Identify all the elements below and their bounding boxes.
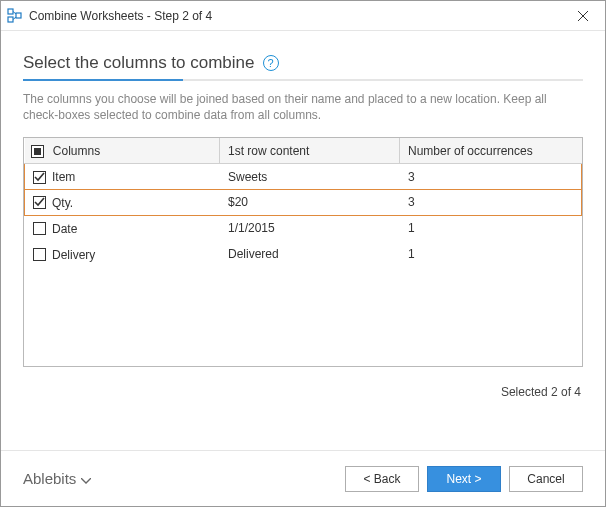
back-button[interactable]: < Back (345, 466, 419, 492)
window-title: Combine Worksheets - Step 2 of 4 (29, 9, 560, 23)
cell-column-name: Item (25, 164, 220, 190)
cell-occurrences: 3 (400, 190, 582, 216)
app-icon (7, 8, 23, 24)
row-checkbox[interactable] (33, 196, 46, 209)
cell-column-name: Qty. (25, 190, 220, 216)
tab-underline (23, 79, 583, 81)
column-name-label: Qty. (52, 196, 73, 210)
header-columns-label: Columns (53, 144, 100, 158)
cell-first-row-content: $20 (220, 190, 400, 216)
header-columns[interactable]: Columns (25, 138, 220, 163)
cell-first-row-content: Delivered (220, 241, 400, 267)
row-checkbox[interactable] (33, 222, 46, 235)
cell-column-name: Date (25, 215, 220, 241)
brand-label: Ablebits (23, 470, 76, 487)
table-row[interactable]: Qty.$203 (25, 190, 582, 216)
table-row[interactable]: DeliveryDelivered1 (25, 241, 582, 267)
cell-first-row-content: Sweets (220, 164, 400, 190)
row-checkbox[interactable] (33, 248, 46, 261)
table-row[interactable]: ItemSweets3 (25, 164, 582, 190)
cell-occurrences: 1 (400, 215, 582, 241)
table-row[interactable]: Date1/1/20151 (25, 215, 582, 241)
cell-occurrences: 3 (400, 164, 582, 190)
title-bar: Combine Worksheets - Step 2 of 4 (1, 1, 605, 31)
description-text: The columns you choose will be joined ba… (23, 91, 583, 123)
column-name-label: Date (52, 222, 77, 236)
column-name-label: Item (52, 170, 75, 184)
chevron-down-icon (81, 470, 91, 487)
svg-rect-1 (8, 17, 13, 22)
svg-rect-2 (16, 13, 21, 18)
columns-table-container: Columns 1st row content Number of occurr… (23, 137, 583, 367)
cell-first-row-content: 1/1/2015 (220, 215, 400, 241)
header-first-row[interactable]: 1st row content (220, 138, 400, 163)
footer: Ablebits < Back Next > Cancel (1, 450, 605, 506)
cell-column-name: Delivery (25, 241, 220, 267)
row-checkbox[interactable] (33, 171, 46, 184)
columns-table: Columns 1st row content Number of occurr… (24, 138, 582, 267)
close-button[interactable] (560, 1, 605, 31)
cancel-button[interactable]: Cancel (509, 466, 583, 492)
brand-menu[interactable]: Ablebits (23, 470, 91, 487)
next-button[interactable]: Next > (427, 466, 501, 492)
selection-status: Selected 2 of 4 (23, 367, 583, 399)
help-icon[interactable]: ? (263, 55, 279, 71)
page-heading: Select the columns to combine (23, 53, 255, 73)
content-area: Select the columns to combine ? The colu… (1, 31, 605, 399)
close-icon (578, 11, 588, 21)
svg-rect-0 (8, 9, 13, 14)
cell-occurrences: 1 (400, 241, 582, 267)
column-name-label: Delivery (52, 248, 95, 262)
header-occurrences[interactable]: Number of occurrences (400, 138, 582, 163)
select-all-checkbox[interactable] (31, 145, 44, 158)
